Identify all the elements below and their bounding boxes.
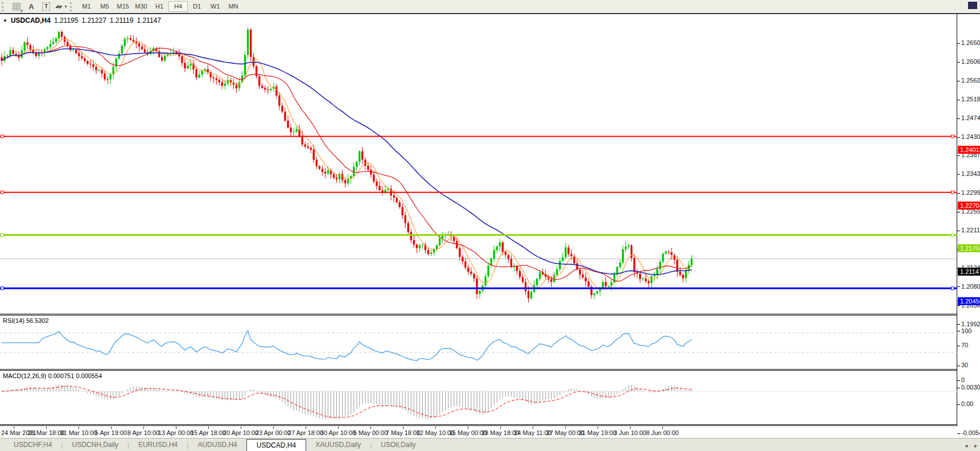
hline-handle[interactable] [952, 191, 954, 194]
timeframe-button-d1[interactable]: D1 [188, 1, 206, 12]
time-axis-label: 7 May 18:00 [386, 429, 421, 436]
macd-tick-mark [957, 388, 960, 388]
price-tick-label: 1.24740 [961, 114, 980, 121]
price-tick-mark [957, 62, 960, 63]
rsi-tick-label: 70 [961, 342, 968, 348]
rsi-tick-mark [957, 366, 960, 366]
time-tick-mark [208, 427, 209, 429]
ma-medium-line [2, 46, 691, 281]
macd-histogram [2, 384, 691, 419]
chart-title-caret[interactable]: ▼ [3, 18, 7, 23]
current-price-badge: 1.21147 [958, 268, 980, 276]
arrow-tools-icon[interactable]: ▾ [55, 2, 67, 12]
price-tick-mark [957, 193, 960, 194]
chart-tab-usdcad-h4[interactable]: USDCAD,H4 [246, 439, 306, 451]
text-label-icon[interactable]: A [25, 2, 38, 12]
macd-tick-label: 0.003035 [961, 384, 980, 391]
rsi-tick-mark [957, 346, 960, 346]
hline-handle[interactable] [1, 191, 4, 194]
hline-price-badge: 1.21704 [958, 244, 980, 252]
timeframe-button-mn[interactable]: MN [224, 1, 242, 12]
macd-signal-line [2, 386, 691, 417]
ohlc-close: 1.21147 [137, 17, 161, 24]
chart-tab-usdchf-h4[interactable]: USDCHF,H4 [5, 439, 61, 451]
time-tick-mark [111, 427, 112, 429]
price-tick-mark [957, 174, 960, 175]
price-tick-mark [957, 43, 960, 44]
chart-canvas[interactable] [0, 13, 980, 427]
chart-tab-usoil-daily[interactable]: USOil,Daily [372, 439, 425, 451]
price-tick-label: 1.26500 [961, 39, 980, 46]
ohlc-high: 1.21227 [81, 17, 106, 24]
timeframe-button-w1[interactable]: W1 [206, 1, 224, 12]
time-tick-mark [338, 427, 339, 429]
chart-tab-xauusd-daily[interactable]: XAUUSD,Daily [306, 439, 370, 451]
time-tick-mark [435, 427, 436, 429]
rsi-tick-mark [957, 380, 960, 381]
macd-indicator-label: MACD(12,26,9) 0.000751 0.000554 [3, 372, 102, 379]
macd-tick-mark [957, 404, 960, 405]
price-tick-mark [957, 100, 960, 100]
time-tick-mark [598, 427, 598, 429]
macd-tick-label: 0.00 [961, 400, 973, 407]
macd-tick-mark [957, 433, 960, 434]
time-axis-label: 15 Apr 18:00 [191, 429, 226, 436]
price-tick-label: 1.19920 [961, 321, 980, 327]
tab-scroll-left-icon[interactable]: ◂ [965, 442, 967, 449]
time-tick-mark [143, 427, 144, 429]
time-axis-label: 20 Apr 10:00 [223, 429, 258, 436]
time-axis-label: 13 Apr 00:00 [158, 429, 193, 436]
chart-tab-eurusd-h4[interactable]: EURUSD,H4 [129, 439, 187, 451]
chart-tab-audusd-h4[interactable]: AUDUSD,H4 [188, 439, 246, 451]
time-axis-label: 31 Mar 10:00 [60, 429, 97, 436]
hline-handle[interactable] [1, 287, 4, 290]
hline-handle[interactable] [1, 233, 4, 236]
rsi-indicator-label: RSI(14) 56.5302 [3, 317, 49, 324]
time-axis-label: 23 Apr 00:00 [256, 429, 291, 436]
timeframe-button-m5[interactable]: M5 [96, 1, 114, 12]
time-axis-label: 5 Apr 19:00 [95, 429, 127, 436]
timeframe-button-h4[interactable]: H4 [168, 1, 188, 12]
hline-handle[interactable] [952, 233, 954, 236]
chart-symbol: USDCAD,H4 [11, 17, 51, 24]
chart-title: ▼ USDCAD,H4 1.21195 1.21227 1.21119 1.21… [3, 17, 161, 24]
price-tick-mark [957, 286, 960, 287]
window-corner-icon [968, 2, 977, 9]
timeframe-button-m30[interactable]: M30 [132, 1, 150, 12]
timeframe-button-m15[interactable]: M15 [114, 1, 132, 12]
ma-slow-line [2, 49, 691, 275]
price-tick-mark [957, 118, 960, 119]
timeframe-button-m1[interactable]: M1 [77, 1, 96, 12]
text-box-icon[interactable]: T [40, 2, 52, 12]
grid-f-icon[interactable]: F [10, 2, 23, 12]
arrow-tools-caret[interactable]: ▾ [64, 4, 67, 9]
chart-tab-usdcnh-daily[interactable]: USDCNH,Daily [63, 439, 127, 451]
tab-scroll-right-icon[interactable]: ▸ [974, 442, 977, 449]
time-tick-mark [46, 427, 47, 429]
hline-handle[interactable] [952, 135, 954, 138]
arrow-tools-glyph [55, 3, 63, 11]
time-tick-mark [273, 427, 274, 429]
time-axis-label: 5 May 00:00 [353, 429, 388, 436]
price-tick-mark [957, 155, 960, 156]
time-axis-label: 8 Apr 10:00 [127, 429, 159, 436]
time-tick-mark [241, 427, 241, 429]
time-tick-mark [370, 427, 371, 429]
time-tick-mark [468, 427, 468, 429]
time-tick-mark [500, 427, 501, 429]
ohlc-open: 1.21195 [54, 17, 79, 24]
timeframe-button-h1[interactable]: H1 [150, 1, 168, 12]
hline-handle[interactable] [1, 135, 4, 138]
hline-handle[interactable] [952, 287, 954, 290]
toolbar-drag-handle[interactable] [2, 2, 6, 11]
price-tick-label: 1.25180 [961, 96, 980, 102]
mt4-window: F A T ▾ M1M5M15M30H1H4D1W1MN ▼ USDCAD,H4… [0, 0, 980, 451]
toolbar: F A T ▾ M1M5M15M30H1H4D1W1MN [0, 0, 980, 13]
time-axis[interactable]: 24 Mar 202126 Mar 18:0031 Mar 10:005 Apr… [0, 427, 957, 438]
price-tick-mark [957, 81, 960, 81]
time-axis-label: 31 May 19:00 [579, 429, 617, 436]
chart-tab-bar: USDCHF,H4|USDCNH,Daily|EURUSD,H4|AUDUSD,… [0, 438, 980, 451]
time-tick-mark [14, 427, 14, 429]
timeframe-group: M1M5M15M30H1H4D1W1MN [77, 0, 242, 13]
toolbar-drag-handle[interactable] [70, 2, 74, 11]
